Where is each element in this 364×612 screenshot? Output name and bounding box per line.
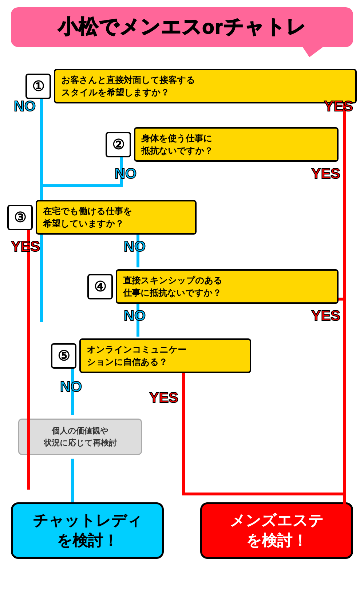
page-title: 小松でメンエスorチャトレ [20, 14, 344, 40]
q1-number: ① [25, 74, 51, 99]
title-bubble: 小松でメンエスorチャトレ [11, 7, 353, 47]
result-mens-box: メンズエステ を検討！ [200, 502, 353, 559]
q5-text: オンラインコミュニケー ションに自信ある？ [79, 338, 251, 373]
q3-row: ③ 在宅でも働ける仕事を 希望していますか？ [7, 200, 197, 235]
flowchart: ① お客さんと直接対面して接客する スタイルを希望しますか？ NO YES ② … [7, 69, 357, 604]
q2-text: 身体を使う仕事に 抵抗ないですか？ [134, 127, 339, 162]
q2-no-label: NO [115, 165, 136, 182]
q2-yes-label: YES [311, 165, 340, 182]
line-reconsider-down [71, 459, 74, 502]
q1-row: ① お客さんと直接対面して接客する スタイルを希望しますか？ [25, 69, 357, 103]
q5-number: ⑤ [51, 343, 76, 369]
line-q1-yes-down [343, 96, 346, 552]
q5-yes-label: YES [149, 389, 178, 406]
q4-text: 直接スキンシップのある 仕事に抵抗ないですか？ [116, 269, 339, 304]
line-q5-yes-down [182, 368, 185, 495]
q3-no-label: NO [124, 238, 146, 255]
q2-number: ② [106, 132, 131, 157]
q2-row: ② 身体を使う仕事に 抵抗ないですか？ [106, 127, 339, 162]
line-q5-yes-h [182, 493, 346, 495]
line-q2-no-h [40, 184, 122, 187]
q4-yes-label: YES [311, 307, 340, 324]
flowchart-wrapper: ① お客さんと直接対面して接客する スタイルを希望しますか？ NO YES ② … [7, 69, 357, 597]
q5-row: ⑤ オンラインコミュニケー ションに自信ある？ [51, 338, 251, 373]
q3-number: ③ [7, 205, 33, 230]
q1-yes-label: YES [324, 98, 353, 114]
line-q3-yes-down [27, 227, 30, 490]
q3-text: 在宅でも働ける仕事を 希望していますか？ [36, 200, 197, 235]
q1-no-label: NO [14, 98, 36, 114]
q4-number: ④ [87, 274, 113, 299]
q3-yes-label: YES [11, 238, 40, 255]
q5-no-label: NO [60, 378, 82, 395]
title-section: 小松でメンエスorチャトレ [0, 0, 364, 47]
reconsider-box: 個人の価値観や 状況に応じて再検討 [18, 419, 142, 455]
q4-row: ④ 直接スキンシップのある 仕事に抵抗ないですか？ [87, 269, 339, 304]
line-right-to-mens [343, 493, 346, 513]
q4-no-label: NO [124, 307, 146, 324]
result-chat-box: チャットレディ を検討！ [11, 502, 164, 559]
q1-text: お客さんと直接対面して接客する スタイルを希望しますか？ [54, 69, 357, 103]
